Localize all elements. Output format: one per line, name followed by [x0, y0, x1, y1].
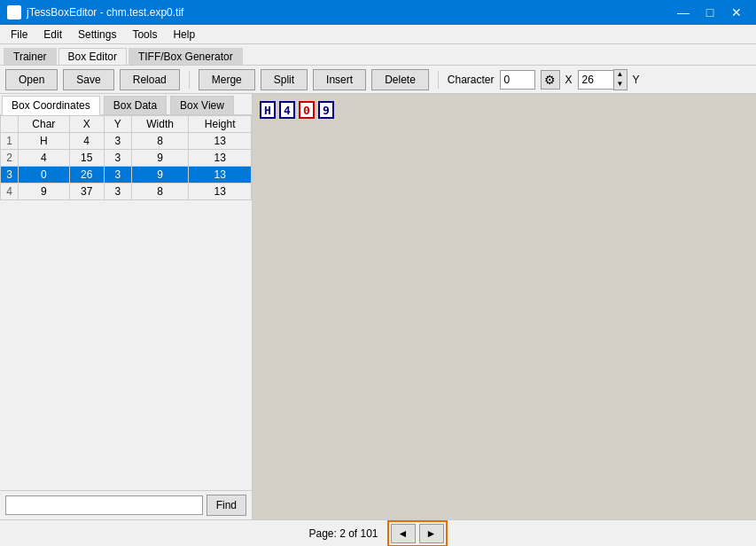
window-title: jTessBoxEditor - chm.test.exp0.tif — [27, 6, 183, 19]
row-num: 2 — [1, 150, 19, 167]
x-label: X — [565, 74, 573, 86]
cell-width: 8 — [131, 133, 189, 150]
cell-height: 13 — [189, 183, 252, 200]
menu-settings[interactable]: Settings — [71, 27, 123, 42]
cell-char: H — [19, 133, 70, 150]
save-button[interactable]: Save — [63, 69, 113, 90]
menu-edit[interactable]: Edit — [36, 27, 69, 42]
find-button[interactable]: Find — [207, 495, 246, 516]
y-label: Y — [633, 74, 640, 86]
x-spinner-up[interactable]: ▲ — [614, 70, 627, 80]
menu-help[interactable]: Help — [166, 27, 202, 42]
col-char: Char — [19, 116, 70, 133]
split-button[interactable]: Split — [261, 69, 308, 90]
bottom-bar: Page: 2 of 101 ◄ ► — [0, 519, 756, 546]
cell-x: 37 — [69, 183, 104, 200]
title-bar: jTessBoxEditor - chm.test.exp0.tif — □ ✕ — [0, 0, 756, 25]
cell-x: 4 — [69, 133, 104, 150]
tab-tiff-box-generator[interactable]: TIFF/Box Generator — [129, 48, 243, 65]
gear-icon[interactable]: ⚙ — [541, 70, 560, 90]
char-box: 4 — [279, 101, 295, 119]
minimize-button[interactable]: — — [671, 4, 696, 21]
menu-bar: File Edit Settings Tools Help — [0, 25, 756, 44]
col-width: Width — [131, 116, 189, 133]
subtab-box-view[interactable]: Box View — [170, 96, 234, 114]
cell-char: 4 — [19, 150, 70, 167]
menu-file[interactable]: File — [4, 27, 35, 42]
cell-width: 9 — [131, 150, 189, 167]
left-panel: Box Coordinates Box Data Box View Char X… — [0, 94, 253, 519]
character-label: Character — [448, 74, 495, 86]
cell-x: 15 — [69, 150, 104, 167]
next-page-button[interactable]: ► — [419, 524, 444, 543]
data-table: Char X Y Width Height 1 H 4 3 8 13 2 4 1… — [0, 115, 252, 490]
col-height: Height — [189, 116, 252, 133]
cell-char: 0 — [19, 167, 70, 183]
row-num: 4 — [1, 183, 19, 200]
menu-tools[interactable]: Tools — [125, 27, 164, 42]
cell-y: 3 — [104, 133, 131, 150]
app-icon — [7, 5, 21, 20]
search-bar: Find — [0, 490, 252, 519]
row-num: 3 — [1, 167, 19, 183]
toolbar: Open Save Reload Merge Split Insert Dele… — [0, 66, 756, 94]
character-input[interactable] — [500, 70, 535, 90]
col-x: X — [69, 116, 104, 133]
char-box: 0 — [299, 101, 315, 119]
cell-y: 3 — [104, 183, 131, 200]
tab-box-editor[interactable]: Box Editor — [58, 48, 127, 65]
x-spinner[interactable]: ▲ ▼ — [578, 69, 627, 90]
char-images: H409 — [260, 101, 334, 119]
cell-height: 13 — [189, 133, 252, 150]
table-row[interactable]: 3 0 26 3 9 13 — [1, 167, 252, 183]
cell-height: 13 — [189, 167, 252, 183]
subtab-box-coordinates[interactable]: Box Coordinates — [2, 96, 100, 115]
cell-width: 9 — [131, 167, 189, 183]
char-box: H — [260, 101, 276, 119]
cell-height: 13 — [189, 150, 252, 167]
subtab-box-data[interactable]: Box Data — [104, 96, 167, 114]
x-spinner-down[interactable]: ▼ — [614, 80, 627, 90]
delete-button[interactable]: Delete — [371, 69, 429, 90]
table-row[interactable]: 4 9 37 3 8 13 — [1, 183, 252, 200]
search-input[interactable] — [5, 495, 203, 515]
tab-bar: Trainer Box Editor TIFF/Box Generator — [0, 44, 756, 66]
table-row[interactable]: 2 4 15 3 9 13 — [1, 150, 252, 167]
char-box: 9 — [318, 101, 334, 119]
reload-button[interactable]: Reload — [120, 69, 180, 90]
cell-char: 9 — [19, 183, 70, 200]
maximize-button[interactable]: □ — [698, 4, 722, 21]
insert-button[interactable]: Insert — [313, 69, 366, 90]
close-button[interactable]: ✕ — [724, 4, 749, 21]
cell-y: 3 — [104, 167, 131, 183]
prev-page-button[interactable]: ◄ — [391, 524, 416, 543]
col-y: Y — [104, 116, 131, 133]
main-area: Box Coordinates Box Data Box View Char X… — [0, 94, 756, 519]
cell-width: 8 — [131, 183, 189, 200]
merge-button[interactable]: Merge — [199, 69, 255, 90]
tab-trainer[interactable]: Trainer — [4, 48, 57, 65]
x-input[interactable] — [578, 70, 613, 90]
page-info: Page: 2 of 101 — [308, 527, 378, 540]
sub-tab-bar: Box Coordinates Box Data Box View — [0, 94, 252, 115]
nav-group: ◄ ► — [387, 520, 448, 547]
cell-x: 26 — [69, 167, 104, 183]
open-button[interactable]: Open — [5, 69, 58, 90]
table-row[interactable]: 1 H 4 3 8 13 — [1, 133, 252, 150]
col-num — [1, 116, 19, 133]
toolbar-separator — [189, 71, 190, 89]
coordinates-table: Char X Y Width Height 1 H 4 3 8 13 2 4 1… — [0, 115, 252, 200]
row-num: 1 — [1, 133, 19, 150]
toolbar-separator-2 — [438, 71, 439, 89]
right-panel: H409 — [253, 94, 756, 519]
cell-y: 3 — [104, 150, 131, 167]
